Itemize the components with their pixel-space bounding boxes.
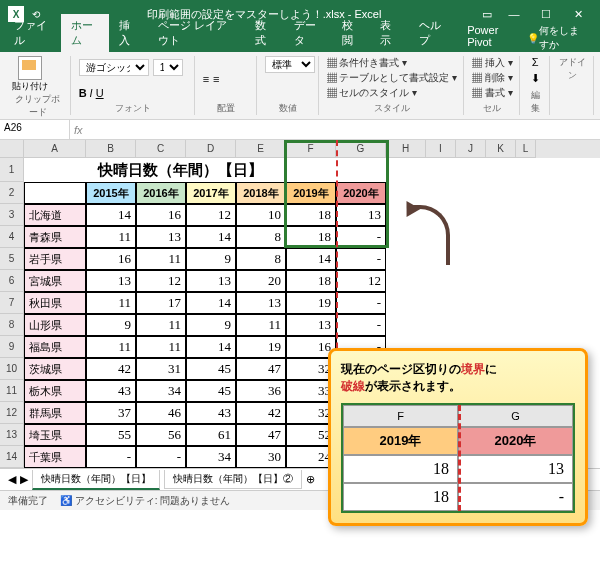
name-box[interactable]: A26 — [0, 120, 70, 139]
col-header-L[interactable]: L — [516, 140, 536, 158]
row-header-5[interactable]: 5 — [0, 248, 24, 270]
select-all-corner[interactable] — [0, 140, 24, 158]
tab-help[interactable]: ヘルプ — [409, 14, 457, 52]
table-cell[interactable]: 61 — [186, 424, 236, 446]
table-cell[interactable]: 19 — [286, 292, 336, 314]
table-cell[interactable]: 43 — [86, 380, 136, 402]
delete-cells-button[interactable]: ▦ 削除 ▾ — [472, 71, 513, 85]
row-header-10[interactable]: 10 — [0, 358, 24, 380]
table-cell[interactable]: 9 — [186, 314, 236, 336]
table-row-label[interactable]: 岩手県 — [24, 248, 86, 270]
table-cell[interactable]: 13 — [286, 314, 336, 336]
row-header-12[interactable]: 12 — [0, 402, 24, 424]
table-cell[interactable]: 14 — [86, 204, 136, 226]
table-cell[interactable]: 12 — [186, 204, 236, 226]
table-cell[interactable]: 56 — [136, 424, 186, 446]
table-cell[interactable]: 10 — [236, 204, 286, 226]
table-cell[interactable]: 12 — [336, 270, 386, 292]
table-row-label[interactable]: 宮城県 — [24, 270, 86, 292]
table-cell[interactable]: 13 — [136, 226, 186, 248]
table-cell[interactable]: 14 — [186, 292, 236, 314]
table-cell[interactable]: 8 — [236, 226, 286, 248]
row-header-14[interactable]: 14 — [0, 446, 24, 468]
table-cell[interactable]: 43 — [186, 402, 236, 424]
col-header-B[interactable]: B — [86, 140, 136, 158]
font-name-select[interactable]: 游ゴシック — [79, 59, 149, 76]
table-cell[interactable]: 16 — [86, 248, 136, 270]
row-header-6[interactable]: 6 — [0, 270, 24, 292]
align-center-icon[interactable]: ≡ — [213, 73, 219, 85]
close-button[interactable]: ✕ — [564, 4, 592, 24]
table-cell[interactable]: 47 — [236, 424, 286, 446]
table-row-label[interactable]: 北海道 — [24, 204, 86, 226]
table-cell[interactable]: 13 — [86, 270, 136, 292]
table-row-label[interactable]: 栃木県 — [24, 380, 86, 402]
table-cell[interactable]: 14 — [186, 226, 236, 248]
table-row-label[interactable]: 埼玉県 — [24, 424, 86, 446]
table-row-label[interactable]: 山形県 — [24, 314, 86, 336]
bold-button[interactable]: B — [79, 87, 87, 99]
table-cell[interactable]: 13 — [336, 204, 386, 226]
table-cell[interactable]: 9 — [186, 248, 236, 270]
table-cell[interactable]: - — [136, 446, 186, 468]
col-header-F[interactable]: F — [286, 140, 336, 158]
row-header-3[interactable]: 3 — [0, 204, 24, 226]
table-cell[interactable]: 11 — [86, 292, 136, 314]
table-title[interactable]: 快晴日数（年間）【日】 — [24, 158, 336, 182]
sheet-nav-prev[interactable]: ◀ — [8, 473, 16, 486]
table-cell[interactable]: 31 — [136, 358, 186, 380]
table-cell[interactable]: - — [336, 314, 386, 336]
number-format-select[interactable]: 標準 — [265, 56, 315, 73]
table-cell[interactable]: 13 — [186, 270, 236, 292]
row-header-2[interactable]: 2 — [0, 182, 24, 204]
tab-formulas[interactable]: 数式 — [245, 14, 284, 52]
table-cell[interactable]: 42 — [236, 402, 286, 424]
underline-button[interactable]: U — [96, 87, 104, 99]
insert-cells-button[interactable]: ▦ 挿入 ▾ — [472, 56, 513, 70]
col-header-G[interactable]: G — [336, 140, 386, 158]
row-header-8[interactable]: 8 — [0, 314, 24, 336]
col-header-D[interactable]: D — [186, 140, 236, 158]
table-cell[interactable]: - — [336, 292, 386, 314]
table-cell[interactable]: 14 — [186, 336, 236, 358]
table-cell[interactable]: 36 — [236, 380, 286, 402]
tab-data[interactable]: データ — [284, 14, 332, 52]
col-header-J[interactable]: J — [456, 140, 486, 158]
table-cell[interactable]: 11 — [86, 226, 136, 248]
table-row-label[interactable]: 千葉県 — [24, 446, 86, 468]
cell-A2[interactable] — [24, 182, 86, 204]
header-2017[interactable]: 2017年 — [186, 182, 236, 204]
tab-file[interactable]: ファイル — [4, 14, 61, 52]
row-header-1[interactable]: 1 — [0, 158, 24, 182]
table-cell[interactable]: 20 — [236, 270, 286, 292]
table-cell[interactable]: 55 — [86, 424, 136, 446]
sheet-tab-2[interactable]: 快晴日数（年間）【日】② — [164, 470, 302, 489]
header-2019[interactable]: 2019年 — [286, 182, 336, 204]
col-header-I[interactable]: I — [426, 140, 456, 158]
header-2018[interactable]: 2018年 — [236, 182, 286, 204]
header-2015[interactable]: 2015年 — [86, 182, 136, 204]
table-cell[interactable]: 45 — [186, 380, 236, 402]
table-cell[interactable]: 18 — [286, 226, 336, 248]
table-row-label[interactable]: 茨城県 — [24, 358, 86, 380]
table-cell[interactable]: 37 — [86, 402, 136, 424]
table-cell[interactable]: 11 — [136, 314, 186, 336]
tab-view[interactable]: 表示 — [370, 14, 409, 52]
table-cell[interactable]: 34 — [186, 446, 236, 468]
table-cell[interactable]: 9 — [86, 314, 136, 336]
new-sheet-button[interactable]: ⊕ — [306, 473, 315, 486]
col-header-C[interactable]: C — [136, 140, 186, 158]
col-header-A[interactable]: A — [24, 140, 86, 158]
table-cell[interactable]: - — [336, 248, 386, 270]
autosum-icon[interactable]: Σ — [532, 56, 539, 68]
row-header-7[interactable]: 7 — [0, 292, 24, 314]
cell-styles-button[interactable]: ▦ セルのスタイル ▾ — [327, 86, 418, 100]
table-row-label[interactable]: 群馬県 — [24, 402, 86, 424]
table-cell[interactable]: 12 — [136, 270, 186, 292]
fx-icon[interactable]: fx — [74, 124, 83, 136]
table-cell[interactable]: 45 — [186, 358, 236, 380]
table-cell[interactable]: - — [336, 226, 386, 248]
table-row-label[interactable]: 青森県 — [24, 226, 86, 248]
fill-icon[interactable]: ⬇ — [531, 72, 540, 85]
table-row-label[interactable]: 福島県 — [24, 336, 86, 358]
